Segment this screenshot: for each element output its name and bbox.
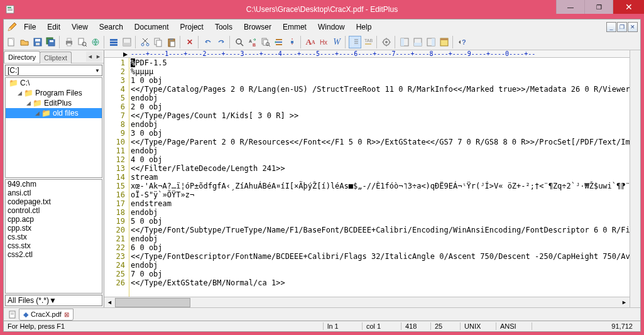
svg-rect-7: [35, 39, 40, 41]
svg-rect-3: [8, 10, 13, 11]
file-item[interactable]: cpp.stx: [6, 224, 102, 233]
menu-emmet[interactable]: Emmet: [278, 21, 312, 33]
menu-view[interactable]: View: [67, 21, 93, 33]
file-filter[interactable]: All Files (*.*) ▼: [5, 295, 102, 306]
find-icon[interactable]: [233, 36, 246, 48]
window-title: C:\Users\Grace\Desktop\CracX.pdf - EditP…: [246, 5, 398, 14]
svg-rect-47: [351, 38, 354, 46]
horizontal-scrollbar[interactable]: ◄ ►: [104, 297, 630, 307]
find-in-files-icon[interactable]: [259, 36, 272, 48]
close-button[interactable]: ✕: [613, 0, 644, 14]
save-all-icon[interactable]: [45, 36, 57, 48]
menubar: File Edit View Search Document Project T…: [4, 19, 640, 35]
svg-rect-11: [50, 40, 53, 42]
svg-rect-5: [12, 38, 14, 40]
new-icon[interactable]: [5, 36, 18, 48]
file-item[interactable]: css2.ctl: [6, 250, 102, 259]
svg-point-54: [385, 41, 388, 43]
cut-icon[interactable]: [139, 36, 151, 48]
tree-item[interactable]: 📁C:\: [6, 78, 102, 88]
print-preview-icon[interactable]: [76, 36, 89, 48]
tree-item[interactable]: ◢📁old files: [6, 108, 102, 118]
svg-text:B: B: [253, 43, 256, 47]
save-icon[interactable]: [31, 36, 44, 48]
status-c2: 25: [430, 322, 459, 330]
sidetab-next-icon[interactable]: ►: [94, 52, 102, 62]
vertical-scrollbar[interactable]: [630, 50, 640, 307]
delete-icon[interactable]: ✕: [183, 36, 196, 48]
menu-window[interactable]: Window: [313, 21, 350, 33]
menu-document[interactable]: Document: [129, 21, 174, 33]
menu-file[interactable]: File: [19, 21, 41, 33]
document-list-icon[interactable]: [425, 36, 437, 48]
output-panel-icon[interactable]: [412, 36, 424, 48]
menu-browser[interactable]: Browser: [239, 21, 276, 33]
undo-icon[interactable]: [202, 36, 214, 48]
close-tab-icon[interactable]: ⊠: [64, 311, 69, 318]
settings-icon[interactable]: [380, 36, 393, 48]
mdi-minimize-button[interactable]: _: [606, 22, 616, 32]
mdi-close-button[interactable]: ✕: [628, 22, 638, 32]
directory-panel-icon[interactable]: [398, 36, 411, 48]
menu-search[interactable]: Search: [94, 21, 128, 33]
directory-tree[interactable]: 📁C:\◢📁Program Files◢📁EditPlus◢📁old files: [5, 77, 102, 178]
app-icon: [5, 4, 15, 14]
maximize-button[interactable]: ❐: [584, 0, 613, 14]
toggle-panel-icon[interactable]: [438, 36, 450, 48]
tree-item[interactable]: ◢📁EditPlus: [6, 98, 102, 108]
svg-rect-62: [414, 43, 422, 46]
status-help: For Help, press F1: [8, 322, 322, 330]
svg-rect-21: [110, 41, 117, 43]
copy-icon[interactable]: [152, 36, 165, 48]
sidetab-prev-icon[interactable]: ◄: [86, 52, 94, 62]
svg-rect-42: [276, 39, 282, 40]
whitespace-icon[interactable]: TAB: [362, 36, 374, 48]
browser-preview-icon[interactable]: [89, 36, 102, 48]
file-item[interactable]: 949.chm: [6, 180, 102, 189]
drive-select[interactable]: [C:] ▼: [5, 65, 102, 76]
go-to-line-icon[interactable]: [273, 36, 285, 48]
print-icon[interactable]: [63, 36, 75, 48]
svg-rect-2: [8, 9, 13, 9]
help-icon[interactable]: ?: [456, 36, 469, 48]
code-area[interactable]: 1234567891011121314151617181920212223242…: [104, 58, 630, 297]
replace-icon[interactable]: AB: [246, 36, 259, 48]
titlebar: C:\Users\Grace\Desktop\CracX.pdf - EditP…: [0, 0, 644, 19]
line-number-icon[interactable]: [349, 36, 361, 48]
side-panel: Directory Cliptext ◄► [C:] ▼ 📁C:\◢📁Progr…: [4, 50, 104, 307]
minimize-button[interactable]: —: [556, 0, 584, 14]
svg-rect-66: [440, 38, 448, 40]
status-col: col 1: [362, 322, 400, 330]
mdi-restore-button[interactable]: ❐: [617, 22, 627, 32]
menu-help[interactable]: Help: [351, 21, 377, 33]
menu-project[interactable]: Project: [175, 21, 209, 33]
menu-edit[interactable]: Edit: [42, 21, 65, 33]
redo-icon[interactable]: [215, 36, 227, 48]
svg-line-41: [269, 45, 270, 47]
diamond-icon: ◆: [23, 310, 28, 319]
open-icon[interactable]: [18, 36, 31, 48]
tree-item[interactable]: ◢📁Program Files: [6, 88, 102, 98]
doc-list-icon[interactable]: [6, 308, 19, 321]
file-item[interactable]: cs.stx: [6, 233, 102, 241]
paste-icon[interactable]: [165, 36, 178, 48]
tab-directory[interactable]: Directory: [4, 51, 40, 63]
html-toolbar-icon[interactable]: [107, 36, 120, 48]
file-item[interactable]: cpp.acp: [6, 215, 102, 224]
column-marker-icon[interactable]: [286, 36, 298, 48]
tab-cliptext[interactable]: Cliptext: [40, 52, 72, 63]
font-icon[interactable]: AA: [304, 36, 317, 48]
file-item[interactable]: css.stx: [6, 241, 102, 250]
document-tabs: ◆ CracX.pdf ⊠: [4, 307, 640, 321]
menu-tools[interactable]: Tools: [210, 21, 237, 33]
file-item[interactable]: control.ctl: [6, 206, 102, 215]
tool-panel-icon[interactable]: [121, 36, 133, 48]
file-item[interactable]: codepage.txt: [6, 197, 102, 206]
file-list[interactable]: 949.chmansi.ctlcodepage.txtcontrol.ctlcp…: [5, 179, 102, 294]
doc-tab[interactable]: ◆ CracX.pdf ⊠: [19, 309, 74, 321]
svg-text:A: A: [249, 39, 252, 43]
word-wrap-icon[interactable]: W: [330, 36, 343, 48]
folder-icon: 📁: [41, 109, 51, 118]
hex-icon[interactable]: Hx: [317, 36, 330, 48]
file-item[interactable]: ansi.ctl: [6, 189, 102, 197]
